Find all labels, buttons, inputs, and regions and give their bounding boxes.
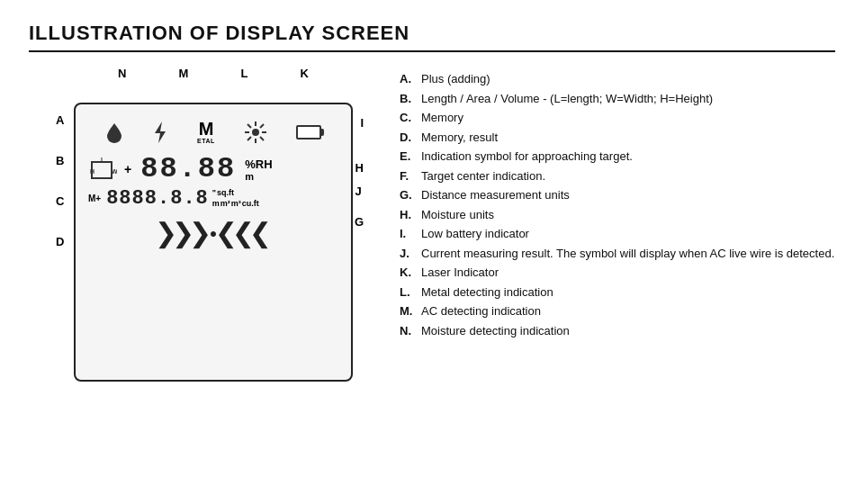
unit-cuft: cu.ft xyxy=(242,199,259,210)
label-b: B xyxy=(56,154,64,167)
legend-item: A. Plus (adding) xyxy=(400,70,835,88)
display-section: N M L K A B C D I H J G xyxy=(29,67,371,490)
svg-text:W: W xyxy=(112,168,117,175)
display-second-row: M+ 8888.8.8 " sq.ft m m² m³ cu.ft xyxy=(85,187,342,210)
lightning-icon xyxy=(153,121,167,144)
unit-sqft: sq.ft xyxy=(217,188,234,199)
left-arrows: ❯❯❯ xyxy=(155,217,206,248)
unit-m-small: m xyxy=(212,199,220,210)
legend-key-9: J. xyxy=(400,245,418,263)
svg-line-6 xyxy=(248,124,251,128)
page-title: ILLUSTRATION OF DISPLAY SCREEN xyxy=(29,22,835,45)
arrows-row: ❯❯❯ ● ❯❯❯ xyxy=(85,217,342,248)
legend-item: N. Moisture detecting indication xyxy=(400,322,835,340)
second-display: 8888.8.8 xyxy=(106,187,209,210)
legend-key-4: E. xyxy=(400,148,418,166)
label-h: H xyxy=(356,157,364,180)
legend-text-2: Memory xyxy=(421,109,464,127)
label-n: N xyxy=(118,67,126,80)
display-main-row: H L W + 88.88 %RH m xyxy=(85,153,342,185)
svg-text:L: L xyxy=(101,157,105,163)
svg-line-9 xyxy=(248,137,251,140)
legend-item: K. Laser Indicator xyxy=(400,264,835,282)
legend-key-5: F. xyxy=(400,167,418,185)
legend-text-3: Memory, result xyxy=(421,129,498,147)
label-c: C xyxy=(56,194,64,208)
main-display: 88.88 xyxy=(140,155,236,184)
unit-m3: m³ xyxy=(231,199,241,210)
dimension-box-icon: H L W xyxy=(88,155,117,184)
legend-key-3: D. xyxy=(400,129,418,147)
right-arrows: ❯❯❯ xyxy=(220,217,272,248)
legend-text-5: Target center indication. xyxy=(421,167,545,185)
display-screen: M ETAL xyxy=(74,103,353,382)
moisture-icon xyxy=(105,122,123,143)
legend-text-10: Laser Indicator xyxy=(421,264,499,282)
legend-key-13: N. xyxy=(400,322,418,340)
icon-row: M ETAL xyxy=(85,115,342,149)
legend-text-13: Moisture detecting indication xyxy=(421,322,570,340)
legend-key-10: K. xyxy=(400,264,418,282)
top-labels: N M L K xyxy=(74,67,353,80)
metal-sub: ETAL xyxy=(197,138,215,145)
legend-text-1: Length / Area / Volume - (L=length; W=Wi… xyxy=(421,90,713,108)
label-j: J xyxy=(356,180,364,203)
center-dot: ● xyxy=(210,226,217,240)
label-i: I xyxy=(360,116,364,130)
svg-marker-0 xyxy=(155,122,166,143)
label-a: A xyxy=(56,113,64,127)
legend-key-1: B. xyxy=(400,90,418,108)
legend-section: A. Plus (adding) B. Length / Area / Volu… xyxy=(400,67,835,490)
laser-icon xyxy=(245,122,266,143)
title-divider xyxy=(29,50,835,52)
legend-item: H. Moisture units xyxy=(400,206,835,224)
legend-text-12: AC detecting indication xyxy=(421,302,541,320)
legend-item: D. Memory, result xyxy=(400,129,835,147)
metal-m: M xyxy=(199,120,214,138)
svg-line-7 xyxy=(260,137,264,140)
legend-item: G. Distance measurement units xyxy=(400,186,835,204)
legend-key-12: M. xyxy=(400,302,418,320)
legend-text-8: Low battery indicator xyxy=(421,225,529,243)
battery-icon xyxy=(296,125,321,140)
label-d: D xyxy=(56,235,64,248)
legend-key-7: H. xyxy=(400,206,418,224)
left-labels: A B C D xyxy=(56,113,64,248)
battery-shape xyxy=(296,125,321,140)
screen-inner: M ETAL xyxy=(85,115,342,371)
label-hj: H J xyxy=(356,157,364,203)
legend-item: B. Length / Area / Volume - (L=length; W… xyxy=(400,90,835,108)
svg-point-1 xyxy=(252,129,259,136)
legend-key-0: A. xyxy=(400,70,418,88)
legend-text-7: Moisture units xyxy=(421,206,494,224)
content-row: N M L K A B C D I H J G xyxy=(29,67,835,490)
legend-item: F. Target center indication. xyxy=(400,167,835,185)
legend-text-4: Indication symbol for approaching target… xyxy=(421,148,633,166)
legend-key-11: L. xyxy=(400,284,418,302)
unit-m2: m² xyxy=(220,199,230,210)
legend-key-6: G. xyxy=(400,186,418,204)
legend-item: J. Current measuring result. The symbol … xyxy=(400,245,835,263)
unit-m: m xyxy=(245,171,254,182)
legend-text-0: Plus (adding) xyxy=(421,70,490,88)
legend-item: C. Memory xyxy=(400,109,835,127)
label-l: L xyxy=(240,67,248,80)
label-g: G xyxy=(355,215,364,229)
legend-item: I. Low battery indicator xyxy=(400,225,835,243)
plus-sign: + xyxy=(124,162,131,176)
metal-label: M ETAL xyxy=(197,120,215,145)
legend-item: E. Indication symbol for approaching tar… xyxy=(400,148,835,166)
legend-text-9: Current measuring result. The symbol wil… xyxy=(421,245,834,263)
mplus-label: M+ xyxy=(88,194,101,203)
page-container: ILLUSTRATION OF DISPLAY SCREEN N M L K A… xyxy=(0,0,864,504)
svg-line-8 xyxy=(260,124,264,128)
svg-rect-10 xyxy=(92,162,112,178)
svg-text:H: H xyxy=(90,168,94,175)
legend-text-6: Distance measurement units xyxy=(421,186,570,204)
legend-item: L. Metal detecting indication xyxy=(400,284,835,302)
legend-item: M. AC detecting indication xyxy=(400,302,835,320)
unit-inch: " xyxy=(212,188,216,199)
legend-text-11: Metal detecting indication xyxy=(421,284,554,302)
legend-key-8: I. xyxy=(400,225,418,243)
label-m-top: M xyxy=(179,67,189,80)
